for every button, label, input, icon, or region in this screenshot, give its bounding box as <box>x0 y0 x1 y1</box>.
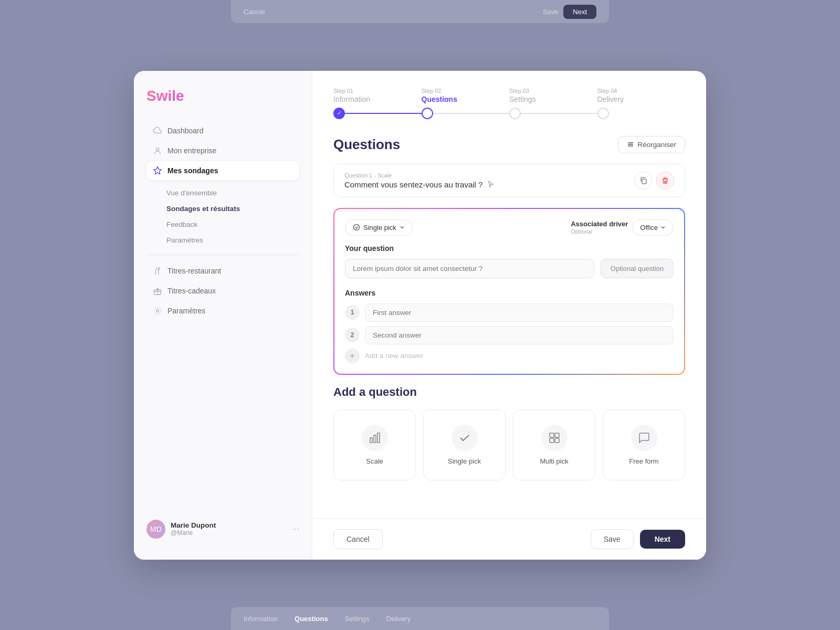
question-1-card: Question 1 - Scale Comment vous sentez-v… <box>333 164 685 197</box>
sidebar-item-dashboard[interactable]: Dashboard <box>146 121 299 140</box>
next-button[interactable]: Next <box>640 530 685 549</box>
answer-2-input[interactable] <box>365 326 674 344</box>
single-pick-type-label: Single pick <box>448 457 481 465</box>
svg-rect-13 <box>555 433 559 437</box>
step-2-num: Step 02 <box>422 88 442 94</box>
step-3: Step 03 Settings <box>509 88 597 119</box>
driver-chevron-icon <box>660 225 666 230</box>
step-4: Step 04 Delivery <box>597 88 686 119</box>
mes-sondages-label: Mes sondages <box>167 166 218 175</box>
svg-rect-9 <box>370 438 372 443</box>
bg-step2-text: Questions <box>295 615 328 623</box>
step-4-track <box>597 108 686 119</box>
svg-rect-10 <box>374 435 376 443</box>
star-icon <box>153 166 162 175</box>
step-1: Step 01 Information <box>333 88 422 119</box>
trash-icon <box>662 177 669 184</box>
bg-step4-text: Delivery <box>386 615 411 623</box>
svg-rect-15 <box>555 438 559 443</box>
user-row: MD Marie Dupont @Marie ··· <box>146 516 299 543</box>
save-button[interactable]: Save <box>591 529 634 549</box>
type-selector-button[interactable]: Single pick <box>345 219 413 236</box>
type-card-free-form[interactable]: Free form <box>603 410 685 480</box>
answer-row-1: 1 <box>345 303 674 322</box>
type-card-scale[interactable]: Scale <box>333 410 416 480</box>
sidebar-sub-vue-densemble[interactable]: Vue d'ensemble <box>146 185 299 201</box>
page-title: Questions <box>333 136 400 153</box>
cancel-button[interactable]: Cancel <box>333 529 383 549</box>
sidebar-item-parametres[interactable]: Paramètres <box>146 301 299 320</box>
answer-1-input[interactable] <box>365 303 674 322</box>
step-2-circle <box>422 108 433 119</box>
step-3-num: Step 03 <box>509 88 529 94</box>
step-4-label: Delivery <box>597 95 624 103</box>
app-logo: Swile <box>146 88 299 104</box>
stepper: Step 01 Information Step 02 Questions <box>333 88 685 119</box>
sidebar-item-mon-entreprise[interactable]: Mon entreprise <box>146 141 299 160</box>
bg-step3-text: Settings <box>345 615 370 623</box>
step-2: Step 02 Questions <box>422 88 510 119</box>
avatar-initials: MD <box>146 520 165 539</box>
driver-value-button[interactable]: Office <box>632 219 674 236</box>
gift-icon <box>153 286 162 296</box>
svg-rect-11 <box>377 433 380 443</box>
svg-point-0 <box>156 148 159 150</box>
free-form-type-label: Free form <box>629 457 658 465</box>
sidebar-item-titres-cadeaux[interactable]: Titres-cadeaux <box>146 281 299 300</box>
type-label: Single pick <box>363 224 396 232</box>
type-card-multi-pick[interactable]: Multi pick <box>513 410 595 480</box>
sidebar-sub-feedback[interactable]: Feedback <box>146 217 299 232</box>
questions-header: Questions Réorganiser <box>333 136 685 153</box>
step-2-track <box>422 108 510 119</box>
step-3-track <box>509 108 597 119</box>
svg-rect-7 <box>642 179 646 184</box>
copy-icon <box>639 176 647 184</box>
bg-bottom-bar: Information Questions Settings Delivery <box>231 607 609 630</box>
user-name: Marie Dupont <box>171 521 287 529</box>
main-content: Step 01 Information Step 02 Questions <box>312 71 706 518</box>
sidebar-sub-sondages[interactable]: Sondages et résultats <box>146 201 299 216</box>
optional-question-button[interactable]: Optional question <box>601 259 674 278</box>
bg-next-button[interactable]: Next <box>563 5 596 19</box>
multi-pick-icon <box>541 425 568 451</box>
type-card-single-pick[interactable]: Single pick <box>423 410 506 480</box>
step-4-circle <box>597 108 609 119</box>
question-1-delete-button[interactable] <box>656 172 674 190</box>
modal-footer: Cancel Save Next <box>312 518 706 560</box>
cloud-icon <box>153 126 162 135</box>
question-text-input[interactable] <box>345 259 594 278</box>
question-1-actions <box>634 172 674 190</box>
check-circle-icon <box>353 224 360 231</box>
gear-icon <box>153 306 162 316</box>
dashboard-label: Dashboard <box>167 127 204 135</box>
svg-point-8 <box>354 225 360 230</box>
step-3-circle <box>509 108 521 119</box>
add-answer-text: Add a new answer <box>365 352 423 360</box>
sidebar-item-mes-sondages[interactable]: Mes sondages <box>146 161 299 180</box>
mon-entreprise-label: Mon entreprise <box>167 146 216 155</box>
question-1-copy-button[interactable] <box>634 172 652 190</box>
user-more-button[interactable]: ··· <box>292 524 299 534</box>
single-pick-icon <box>452 425 478 451</box>
driver-label-text: Associated driver Optional <box>571 220 628 235</box>
associated-driver-container: Associated driver Optional Office <box>571 219 674 236</box>
step-1-track <box>333 108 422 119</box>
sidebar-item-titres-restaurant[interactable]: Titres-restaurant <box>146 261 299 280</box>
avatar: MD <box>146 520 165 539</box>
bg-top-bar: Cancel Save Next <box>231 0 609 23</box>
question-1-header[interactable]: Question 1 - Scale Comment vous sentez-v… <box>334 164 685 197</box>
chevron-down-icon <box>400 225 405 230</box>
answer-row-2: 2 <box>345 326 674 344</box>
reorganize-button[interactable]: Réorganiser <box>618 136 685 153</box>
sub-nav: Vue d'ensemble Sondages et résultats Fee… <box>146 185 299 248</box>
multi-pick-type-label: Multi pick <box>540 457 568 465</box>
bg-save-text: Save <box>543 8 559 16</box>
question-editor: Single pick Associated driver Optional O… <box>333 208 685 375</box>
add-answer-row[interactable]: + Add a new answer <box>345 349 674 363</box>
sidebar-sub-parametres[interactable]: Paramètres <box>146 233 299 248</box>
fork-icon <box>153 266 162 276</box>
user-handle: @Marie <box>171 529 287 537</box>
step-1-num: Step 01 <box>333 88 353 94</box>
step-4-num: Step 04 <box>597 88 617 94</box>
scale-type-label: Scale <box>366 457 383 465</box>
